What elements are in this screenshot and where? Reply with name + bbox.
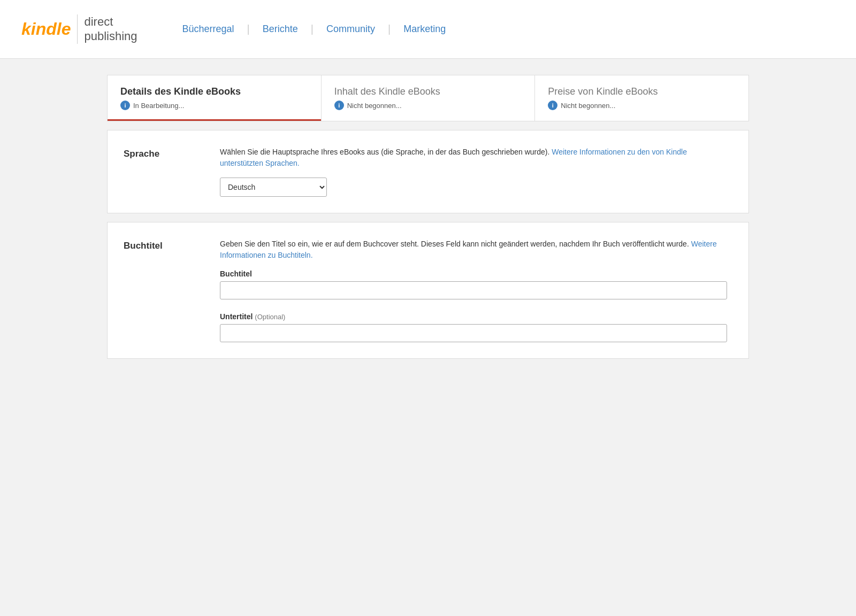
step-preise-status: i Nicht begonnen... — [548, 101, 736, 110]
step-inhalt-status: i Nicht begonnen... — [334, 101, 522, 110]
buchtitel-label: Buchtitel — [124, 238, 198, 342]
nav-community[interactable]: Community — [314, 24, 388, 35]
untertitel-input[interactable] — [220, 324, 727, 342]
steps-container: Details des Kindle eBooks i In Bearbeitu… — [107, 75, 749, 121]
step-inhalt-info-icon: i — [334, 101, 344, 110]
step-inhalt-status-text: Nicht begonnen... — [347, 102, 402, 110]
nav-berichte[interactable]: Berichte — [250, 24, 311, 35]
logo-dp-line2: publishing — [84, 29, 137, 43]
subtitle-optional-label: (Optional) — [255, 313, 285, 321]
sprache-description-text: Wählen Sie die Hauptsprache Ihres eBooks… — [220, 148, 549, 156]
step-details-status: i In Bearbeitung... — [120, 101, 308, 110]
subtitle-field-label: Untertitel (Optional) — [220, 312, 727, 321]
buchtitel-description-text: Geben Sie den Titel so ein, wie er auf d… — [220, 240, 689, 248]
logo-area: kindle direct publishing — [21, 14, 137, 44]
step-inhalt-title: Inhalt des Kindle eBooks — [334, 86, 522, 97]
step-details-status-text: In Bearbeitung... — [133, 102, 184, 110]
subtitle-label-text: Untertitel — [220, 312, 253, 321]
step-inhalt[interactable]: Inhalt des Kindle eBooks i Nicht begonne… — [322, 75, 536, 121]
step-preise[interactable]: Preise von Kindle eBooks i Nicht begonne… — [535, 75, 748, 121]
sprache-description: Wählen Sie die Hauptsprache Ihres eBooks… — [220, 147, 727, 169]
kindle-logo: kindle — [21, 19, 71, 39]
step-preise-info-icon: i — [548, 101, 557, 110]
title-field-label: Buchtitel — [220, 270, 727, 278]
buchtitel-input[interactable] — [220, 281, 727, 299]
nav-marketing[interactable]: Marketing — [391, 24, 458, 35]
buchtitel-description: Geben Sie den Titel so ein, wie er auf d… — [220, 238, 727, 261]
title-field-group: Buchtitel — [220, 270, 727, 299]
step-preise-status-text: Nicht begonnen... — [561, 102, 615, 110]
sprache-label: Sprache — [124, 147, 198, 197]
buchtitel-section: Buchtitel Geben Sie den Titel so ein, wi… — [107, 222, 749, 359]
step-details-title: Details des Kindle eBooks — [120, 86, 308, 97]
header: kindle direct publishing Bücherregal | B… — [0, 0, 856, 59]
logo-dp-line1: direct — [84, 15, 137, 29]
sprache-content: Wählen Sie die Hauptsprache Ihres eBooks… — [220, 147, 727, 197]
sprache-section: Sprache Wählen Sie die Hauptsprache Ihre… — [107, 130, 749, 213]
main-content: Details des Kindle eBooks i In Bearbeitu… — [86, 59, 770, 375]
main-nav: Bücherregal | Berichte | Community | Mar… — [170, 23, 459, 35]
logo-dp: direct publishing — [84, 15, 137, 43]
nav-buecherregal[interactable]: Bücherregal — [170, 24, 247, 35]
step-details[interactable]: Details des Kindle eBooks i In Bearbeitu… — [108, 75, 322, 121]
step-details-info-icon: i — [120, 101, 130, 110]
subtitle-field-group: Untertitel (Optional) — [220, 312, 727, 342]
step-preise-title: Preise von Kindle eBooks — [548, 86, 736, 97]
language-select[interactable]: Deutsch English Français Español Italian… — [220, 178, 327, 197]
logo-divider — [77, 14, 78, 44]
buchtitel-content: Geben Sie den Titel so ein, wie er auf d… — [220, 238, 727, 342]
